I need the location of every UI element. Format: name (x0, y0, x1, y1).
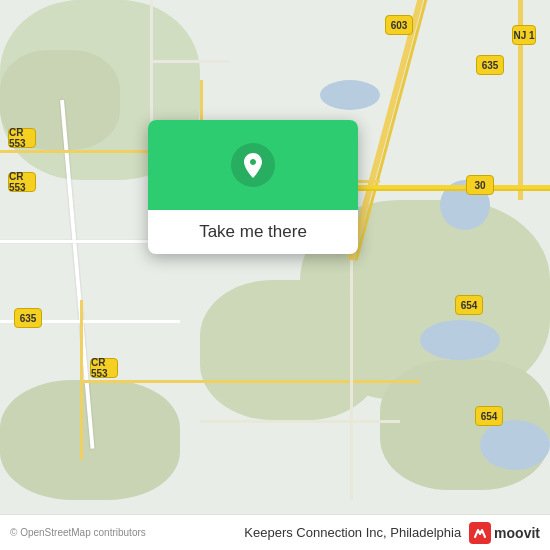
local-road (200, 420, 400, 423)
route-badge-603: 603 (385, 15, 413, 35)
take-me-there-button[interactable]: Take me there (191, 220, 315, 244)
location-name: Keepers Connection Inc, Philadelphia (244, 525, 461, 540)
route-badge-654-2: 654 (475, 406, 503, 426)
water-patch (320, 80, 380, 110)
copyright-text: © OpenStreetMap contributors (10, 527, 244, 538)
water-patch (420, 320, 500, 360)
route-badge-553-3: CR 553 (90, 358, 118, 378)
route-badge-553-2: CR 553 (8, 172, 36, 192)
vegetation-patch (200, 280, 380, 420)
local-road (150, 60, 230, 63)
moovit-text: moovit (494, 525, 540, 541)
local-road (350, 260, 353, 500)
moovit-logo: moovit (469, 522, 540, 544)
moovit-m-icon (473, 526, 487, 540)
route-badge-635-2: 635 (14, 308, 42, 328)
popup-triangle (241, 253, 265, 254)
map-container: 603 CR 553 CR 553 635 30 635 654 654 CR … (0, 0, 550, 550)
popup-header (148, 120, 358, 210)
local-road (0, 150, 150, 153)
route-badge-654-1: 654 (455, 295, 483, 315)
popup-bottom: Take me there (148, 210, 358, 254)
route-badge-nj1: NJ 1 (512, 25, 536, 45)
route-badge-30: 30 (466, 175, 494, 195)
location-pin-icon (231, 143, 275, 187)
water-patch (480, 420, 550, 470)
local-road (80, 380, 420, 383)
bottom-bar: © OpenStreetMap contributors Keepers Con… (0, 514, 550, 550)
route-badge-635-1: 635 (476, 55, 504, 75)
moovit-icon (469, 522, 491, 544)
popup-card: Take me there (148, 120, 358, 254)
route-badge-553-1: CR 553 (8, 128, 36, 148)
